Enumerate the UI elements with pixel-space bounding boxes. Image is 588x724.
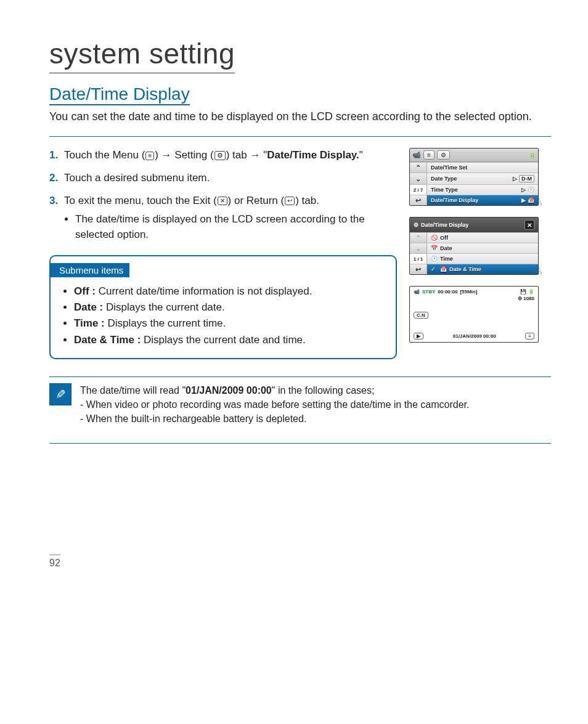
remaining-time: [55Min] [460, 289, 477, 295]
resolution-badge: ⚙ 1080 [518, 296, 534, 301]
step-number: 2. [49, 171, 64, 186]
menu-item[interactable]: Time Type▷ 🕐 [427, 185, 538, 195]
menu-item[interactable]: Date Type▷ D-M [427, 173, 538, 184]
scroll-down-button: ⌄ [410, 243, 427, 253]
note-line: When video or photo recording was made b… [86, 397, 470, 412]
return-icon [285, 197, 295, 205]
settings-tab[interactable]: ⚙ [437, 150, 450, 160]
step-body: Touch a desired submenu item. [64, 171, 397, 186]
option-datetime-selected[interactable]: 📅 Date & Time [427, 264, 538, 274]
scroll-down-button[interactable]: ⌄ [410, 173, 427, 184]
step-text: ) or Return ( [228, 195, 285, 206]
submenu-item: Off : Current date/time information is n… [74, 283, 386, 299]
arrow-icon [250, 149, 263, 161]
menu-item-selected[interactable]: Date/Time Display▶ 📅 [427, 195, 538, 205]
step-bold: Date/Time Display. [267, 149, 359, 161]
step-text: To exit the menu, touch the Exit ( [64, 195, 217, 206]
step-body: To exit the menu, touch the Exit () or R… [64, 193, 397, 243]
gear-icon: ⚙ [414, 222, 419, 228]
page-counter: 1 / 1 [410, 254, 427, 264]
step-number: 3. [49, 193, 64, 243]
submenu-label: Time : [74, 317, 105, 329]
lcd-screenshot-submenu: ⚙ Date/Time Display ✕ ⌃ 🚫 Off ⌄ 📅 Date 1… [409, 217, 539, 275]
return-button[interactable]: ↩ [410, 195, 427, 205]
menu-button[interactable]: ≡ [525, 333, 534, 340]
option-time[interactable]: 🕐 Time [427, 254, 538, 264]
submenu-title: Date/Time Display [421, 222, 468, 228]
submenu-label: Date & Time : [74, 334, 141, 346]
submenu-badge: Submenu items [51, 263, 129, 277]
battery-icon: 🔋 [529, 152, 536, 158]
scroll-up-button: ⌃ [410, 233, 427, 243]
divider [49, 443, 551, 444]
step-text: " [359, 149, 363, 161]
submenu-item: Date & Time : Displays the current date … [74, 332, 386, 348]
submenu-desc: Displays the current date. [103, 301, 224, 313]
lcd-screenshot-menu: 📹 ≡ ⚙ 🔋 ⌃ Date/Time Set ⌄ Date Type▷ D-M… [409, 148, 539, 206]
step-text: ) [155, 149, 161, 161]
camcorder-icon: 📹 [414, 289, 420, 295]
battery-icon: 🔋 [528, 289, 534, 295]
card-icon: 💾 [520, 289, 526, 295]
menu-tab[interactable]: ≡ [423, 150, 435, 160]
submenu-desc: Displays the current time. [105, 317, 226, 329]
submenu-desc: Current date/time information is not dis… [96, 285, 312, 297]
steps-list: 1. Touch the Menu () Setting () tab "Dat… [49, 148, 397, 242]
arrow-icon [161, 149, 175, 161]
divider [49, 376, 551, 377]
cn-badge: C.N [414, 312, 428, 319]
scroll-up-button[interactable]: ⌃ [410, 163, 427, 173]
note-bold: 01/JAN/2009 00:00 [186, 385, 272, 396]
close-icon [218, 197, 227, 205]
note-block: The date/time will read "01/JAN/2009 00:… [49, 383, 551, 426]
submenu-label: Off : [74, 285, 96, 297]
menu-icon [145, 152, 154, 160]
step-text: ) tab [226, 149, 250, 161]
submenu-desc: Displays the current date and time. [141, 334, 305, 346]
intro-text: You can set the date and time to be disp… [49, 109, 551, 124]
close-button[interactable]: ✕ [525, 220, 534, 230]
step-number: 1. [49, 148, 64, 163]
submenu-box: Submenu items Off : Current date/time in… [49, 255, 397, 359]
submenu-item: Time : Displays the current time. [74, 315, 386, 331]
return-button[interactable]: ↩ [410, 264, 427, 274]
submenu-item: Date : Displays the current date. [74, 299, 386, 315]
step-sub-bullet: The date/time is displayed on the LCD sc… [75, 212, 397, 242]
step-text: Setting ( [174, 149, 213, 161]
note-icon [49, 383, 71, 405]
note-line: When the built-in rechargeable battery i… [86, 412, 307, 426]
page-number: 92 [49, 555, 60, 569]
step-text: Touch the Menu ( [64, 149, 145, 161]
lcd-screenshot-live: 📹 STBY 00:00:00 [55Min] 💾 🔋 ⚙ 1080 C.N [409, 286, 539, 343]
option-date[interactable]: 📅 Date [427, 243, 538, 253]
option-off[interactable]: 🚫 Off [427, 233, 538, 243]
menu-item[interactable]: Date/Time Set [427, 163, 538, 173]
datetime-stamp: 01/JAN/2009 00:00 [453, 333, 496, 339]
step-text: ) tab. [295, 195, 319, 206]
submenu-label: Date : [74, 301, 103, 313]
section-header: Date/Time Display [49, 84, 190, 105]
play-button[interactable]: ▶ [414, 333, 423, 340]
stby-label: STBY [422, 289, 435, 295]
step-body: Touch the Menu () Setting () tab "Date/T… [64, 148, 397, 163]
gear-icon [214, 151, 226, 160]
elapsed-time: 00:00:00 [438, 289, 457, 295]
divider [49, 136, 551, 137]
note-lead-end: " in the following cases; [272, 385, 375, 396]
page-counter: 2 / 7 [410, 185, 427, 195]
camcorder-icon: 📹 [412, 151, 421, 159]
page-title: system setting [49, 37, 235, 73]
note-lead: The date/time will read " [80, 385, 186, 396]
